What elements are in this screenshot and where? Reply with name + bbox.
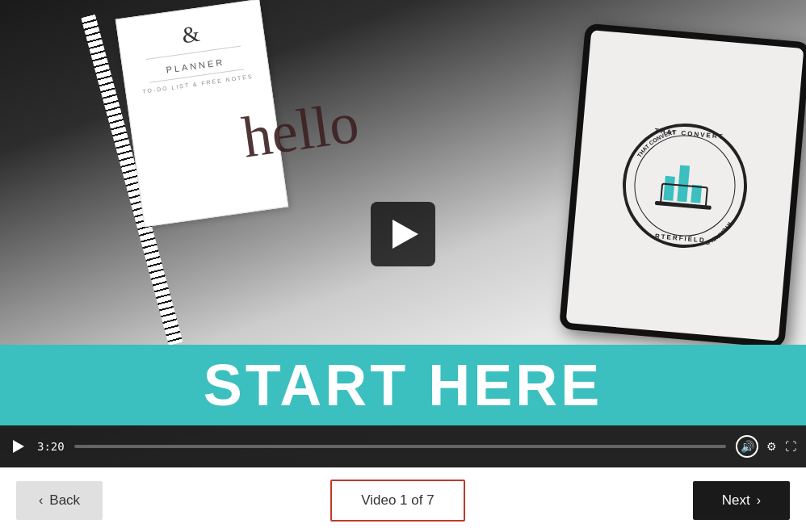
tablet-screen: THAT CONVERT RTERFIELD THAT CONVERT RTER… xyxy=(566,30,804,341)
volume-icon: 🔊 xyxy=(741,440,754,453)
planner-subtitle: TO-DO LIST & FREE NOTES xyxy=(142,73,254,94)
play-icon xyxy=(13,440,24,453)
time-display: 3:20 xyxy=(37,440,65,453)
play-triangle-icon xyxy=(393,220,418,249)
tablet-decoration: THAT CONVERT RTERFIELD THAT CONVERT RTER… xyxy=(559,23,806,349)
settings-icon[interactable]: ⚙ xyxy=(766,440,777,453)
back-label: Back xyxy=(49,492,80,509)
next-chevron-icon: › xyxy=(757,493,761,508)
main-container: & PLANNER TO-DO LIST & FREE NOTES hello xyxy=(0,0,806,532)
counter-text: Video 1 of 7 xyxy=(361,492,434,508)
progress-bar[interactable] xyxy=(74,445,726,448)
svg-text:RTERFIELD: RTERFIELD xyxy=(704,219,733,248)
svg-rect-2 xyxy=(663,176,675,201)
start-here-banner: START HERE xyxy=(0,345,806,425)
logo-svg: THAT CONVERT RTERFIELD THAT CONVERT RTER… xyxy=(615,115,754,255)
video-controls-bar: 3:20 🔊 ⚙ ⛶ xyxy=(0,425,806,467)
next-label: Next xyxy=(722,492,750,509)
video-thumbnail: & PLANNER TO-DO LIST & FREE NOTES hello xyxy=(0,0,806,467)
planner-line-1 xyxy=(146,46,241,60)
video-counter: Video 1 of 7 xyxy=(330,480,464,522)
planner-decoration: & PLANNER TO-DO LIST & FREE NOTES xyxy=(115,0,288,227)
banner-text: START HERE xyxy=(204,352,603,418)
video-player: & PLANNER TO-DO LIST & FREE NOTES hello xyxy=(0,0,806,467)
navigation-bar: ‹ Back Video 1 of 7 Next › xyxy=(0,467,806,532)
volume-button[interactable]: 🔊 xyxy=(736,435,758,458)
back-button[interactable]: ‹ Back xyxy=(16,481,103,520)
play-button-overlay[interactable] xyxy=(371,202,435,266)
next-button[interactable]: Next › xyxy=(693,481,790,520)
planner-ampersand: & xyxy=(180,21,201,49)
right-controls: 🔊 ⚙ ⛶ xyxy=(736,435,796,458)
fullscreen-icon[interactable]: ⛶ xyxy=(785,440,796,453)
play-pause-button[interactable] xyxy=(10,437,27,456)
back-chevron-icon: ‹ xyxy=(39,493,43,508)
svg-rect-3 xyxy=(677,165,690,202)
